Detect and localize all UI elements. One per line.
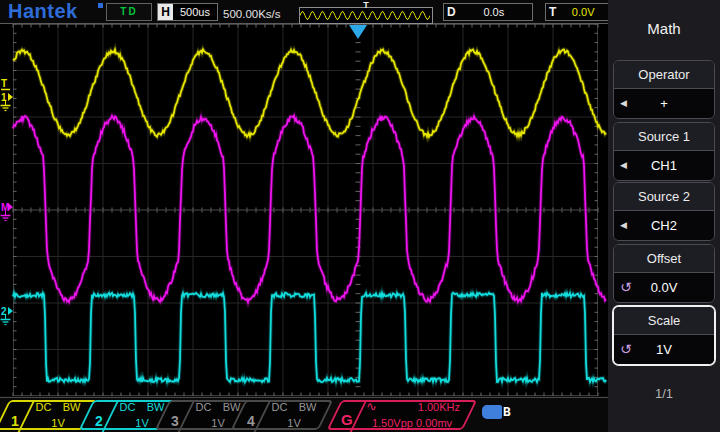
left-arrow-icon: ◀ [620,211,627,240]
trigger-level-display: T 0.0V [545,3,611,21]
menu-item-label: Operator [614,61,714,89]
timebase-value: 500us [173,4,217,20]
channel-badge-4[interactable]: 4 DCBW 1V [238,400,326,430]
channel-scale: 1V [30,417,86,429]
channel-badge-1[interactable]: 1 DCBW 1V [2,400,90,430]
delay-value: 0.0s [456,6,532,18]
brand-logo-mark-icon [98,3,103,8]
svg-text:T: T [1,78,7,89]
menu-item-value[interactable]: ◀+ [614,89,714,118]
trigger-status-badge: TD [106,3,152,21]
menu-item-value-text: 0.0V [651,280,678,295]
coupling-label: DC [196,401,212,413]
rotate-knob-icon: ↺ [620,273,632,302]
generator-amplitude: 1.50Vpp 0.00mv [364,417,460,429]
usb-label: B [503,404,511,419]
svg-text:2: 2 [1,306,7,317]
menu-item-label: Source 2 [614,183,714,211]
delay-icon: D [447,5,456,19]
menu-item-label: Offset [614,245,714,273]
channel-number: 3 [171,413,179,429]
left-arrow-icon: ◀ [620,89,627,118]
horizontal-icon: H [158,4,173,20]
menu-item-value[interactable]: ↺1V [614,335,714,364]
bottom-status-bar: 1 DCBW 1V 2 DCBW 1V 3 DCBW 1V 4 DCBW 1V … [0,397,608,432]
coupling-label: DC [272,401,288,413]
rotate-knob-icon: ↺ [620,335,632,364]
trigger-source-marker-t[interactable]: T [1,78,10,90]
sine-wave-icon: ∿ [366,400,377,414]
menu-title: Math [608,20,720,37]
menu-item-value[interactable]: ↺0.0V [614,273,714,302]
menu-item-source-2[interactable]: Source 2◀CH2 [613,182,715,241]
channel-marker-2[interactable]: 2 [1,306,14,325]
oscilloscope-screen: Hantek TD H 500us 500.00Ks/s T D 0.0s T … [0,0,720,432]
page-indicator: 1/1 [608,386,720,401]
menu-item-source-1[interactable]: Source 1◀CH1 [613,122,715,181]
generator-frequency: 1.00KHz [418,400,460,414]
channel-number: 4 [247,413,255,429]
generator-label: G [341,411,353,428]
waveform-display: T1M2 [0,24,608,396]
timebase-display: H 500us [157,3,218,21]
menu-item-value-text: CH2 [651,218,677,233]
channel-number: 2 [95,413,103,429]
brand-logo: Hantek [8,0,78,23]
menu-item-value[interactable]: ◀CH1 [614,151,714,180]
menu-item-label: Source 1 [614,123,714,151]
bandwidth-label: BW [63,401,81,413]
channel-marker-1[interactable]: 1 [1,92,14,111]
menu-item-value-text: 1V [656,342,672,357]
soft-menu-sidebar: Math Operator◀+Source 1◀CH1Source 2◀CH2O… [608,0,720,432]
bandwidth-label: BW [299,401,317,413]
generator-badge[interactable]: G ∿ 1.00KHz 1.50Vpp 0.00mv [334,400,470,430]
menu-item-value[interactable]: ◀CH2 [614,211,714,240]
channel-scale: 1V [266,417,322,429]
svg-text:1: 1 [1,92,7,103]
trigger-position-marker[interactable] [349,25,367,39]
menu-item-value-text: CH1 [651,158,677,173]
menu-item-operator[interactable]: Operator◀+ [613,60,715,119]
left-arrow-icon: ◀ [620,151,627,180]
menu-item-scale[interactable]: Scale↺1V [613,306,715,365]
usb-device-icon: B [482,404,511,419]
menu-item-label: Scale [614,307,714,335]
preview-trigger-label: T [363,0,369,10]
trace-ch1 [13,49,606,137]
coupling-label: DC [120,401,136,413]
usb-plug-icon [482,405,502,419]
trigger-icon: T [549,5,556,19]
scope-graticule: T1M2 [0,24,608,396]
menu-item-offset[interactable]: Offset↺0.0V [613,244,715,303]
trigger-level-value: 0.0V [556,6,610,18]
waveform-preview: T [299,7,433,24]
menu-item-value-text: + [660,96,668,111]
coupling-label: DC [36,401,52,413]
horizontal-delay-display: D 0.0s [443,3,533,21]
sample-rate-value: 500.00Ks/s [223,8,281,20]
channel-number: 1 [11,413,19,429]
channel-marker-m[interactable]: M [1,202,14,221]
preview-sine-icon [300,9,430,22]
